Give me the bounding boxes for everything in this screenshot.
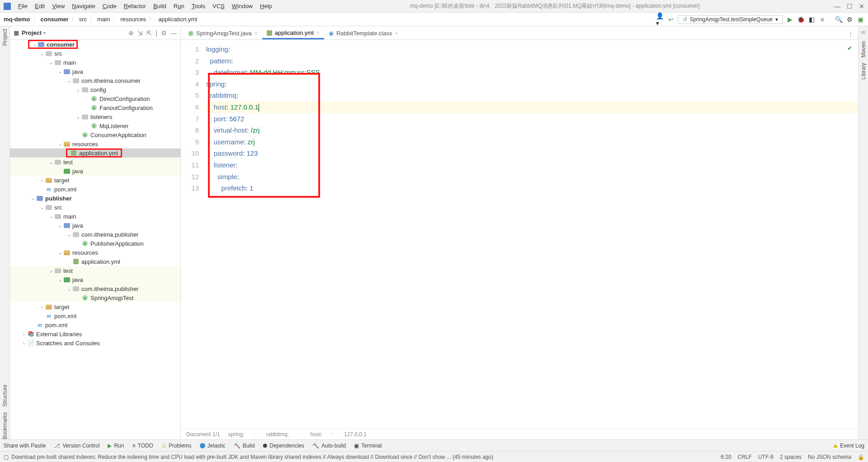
tree-node[interactable]: Scratches and Consoles bbox=[36, 340, 100, 347]
tree-node[interactable]: src bbox=[54, 50, 62, 57]
menu-help[interactable]: Help bbox=[256, 2, 276, 10]
tree-arrow-icon[interactable]: ⌄ bbox=[66, 286, 72, 291]
tree-node[interactable]: SpringAmqpTest bbox=[90, 295, 133, 301]
tree-arrow-icon[interactable]: ⌄ bbox=[57, 223, 63, 228]
tree-node-application-yml[interactable]: application.yml bbox=[79, 150, 118, 157]
tab-springamqptest[interactable]: cSpringAmqpTest.java× bbox=[184, 28, 262, 39]
tree-node[interactable]: FanoutConfiguration bbox=[99, 105, 153, 111]
back-arrow-icon[interactable]: ↩ bbox=[667, 15, 675, 24]
tree-arrow-icon[interactable]: ⌄ bbox=[48, 60, 54, 65]
tree-node[interactable]: java bbox=[72, 168, 83, 175]
menu-file[interactable]: File bbox=[14, 2, 31, 10]
tree-arrow-icon[interactable]: ⌄ bbox=[57, 69, 63, 74]
more-tabs-icon[interactable]: ⋮ bbox=[843, 29, 858, 39]
run-config-combo[interactable]: ↺ SpringAmqpTest.testSimpleQueue ▾ bbox=[678, 15, 783, 24]
tree-node[interactable]: com.itheima.consumer bbox=[81, 77, 141, 84]
tree-node[interactable]: MqListener bbox=[99, 123, 128, 129]
minimize-icon[interactable]: — bbox=[834, 3, 840, 10]
tree-node[interactable]: test bbox=[63, 267, 73, 274]
breadcrumb-item[interactable]: mq-demo bbox=[4, 16, 30, 23]
gear-icon[interactable]: ⚙ bbox=[161, 29, 167, 37]
rail-maven[interactable]: Maven bbox=[860, 41, 867, 57]
collapse-icon[interactable]: ⇱ bbox=[146, 29, 152, 37]
maximize-icon[interactable]: ☐ bbox=[847, 3, 853, 10]
tree-node[interactable]: resources bbox=[72, 249, 98, 256]
tool-share[interactable]: Share with Pastie bbox=[4, 443, 46, 449]
tree-node[interactable]: ConsumerApplication bbox=[90, 132, 146, 138]
tree-arrow-icon[interactable]: ⌄ bbox=[57, 277, 63, 282]
close-icon[interactable]: × bbox=[255, 30, 258, 37]
stop-icon[interactable]: ■ bbox=[818, 15, 826, 24]
menu-tools[interactable]: Tools bbox=[188, 2, 209, 10]
rail-project[interactable]: Project bbox=[2, 29, 8, 46]
tree-arrow-icon[interactable]: › bbox=[39, 178, 45, 183]
tree-node[interactable]: src bbox=[54, 204, 62, 211]
close-icon[interactable]: ✕ bbox=[859, 3, 864, 10]
editor-body[interactable]: 123 456 789 101112 13 logging: pattern: … bbox=[181, 40, 858, 429]
project-tree[interactable]: ⌄ consumer ⌄src ⌄main ⌄java ⌄com.itheima… bbox=[10, 40, 180, 439]
tree-arrow-icon[interactable]: ⌄ bbox=[48, 214, 54, 219]
tree-arrow-icon[interactable]: ⌄ bbox=[57, 250, 63, 255]
tree-node[interactable]: com.itheima.publisher bbox=[81, 231, 138, 238]
menu-build[interactable]: Build bbox=[150, 2, 170, 10]
tool-autobuild[interactable]: 🔨Auto-build bbox=[312, 443, 346, 449]
user-icon[interactable]: 👤▾ bbox=[656, 15, 664, 24]
breadcrumb-item[interactable]: consumer bbox=[41, 16, 69, 23]
status-indent[interactable]: 2 spaces bbox=[780, 454, 802, 460]
tool-todo[interactable]: ≡TODO bbox=[132, 443, 153, 449]
rail-bookmarks[interactable]: Bookmarks bbox=[2, 412, 8, 439]
tool-build[interactable]: 🔨Build bbox=[234, 443, 255, 449]
tool-problems[interactable]: ⚠Problems bbox=[161, 443, 192, 449]
tool-version-control[interactable]: ⎇Version Control bbox=[54, 443, 99, 449]
tree-node[interactable]: listeners bbox=[90, 114, 112, 120]
status-encoding[interactable]: UTF-8 bbox=[758, 454, 774, 460]
tool-event-log[interactable]: Event Log bbox=[833, 443, 864, 449]
breadcrumb-item[interactable]: resources bbox=[120, 16, 146, 23]
tree-arrow-icon[interactable]: ⌄ bbox=[48, 160, 54, 165]
maven-icon[interactable]: m bbox=[861, 29, 865, 36]
tree-node[interactable]: java bbox=[72, 276, 83, 283]
tree-node[interactable]: main bbox=[63, 213, 76, 220]
tree-arrow-icon[interactable]: › bbox=[39, 305, 45, 310]
tree-node[interactable]: java bbox=[72, 222, 83, 229]
tree-node[interactable]: pom.xml bbox=[54, 313, 76, 319]
tree-arrow-icon[interactable]: ⌄ bbox=[39, 51, 45, 56]
expand-icon[interactable]: ⇲ bbox=[137, 29, 143, 37]
menu-vcs[interactable]: VCS bbox=[209, 2, 228, 10]
rail-structure[interactable]: Structure bbox=[2, 385, 8, 407]
tree-node[interactable]: test bbox=[63, 159, 73, 166]
run-icon[interactable]: ▶ bbox=[786, 15, 794, 24]
code-content[interactable]: logging: pattern: dateformat: MM-dd HH:m… bbox=[206, 40, 858, 429]
status-line-sep[interactable]: CRLF bbox=[738, 454, 752, 460]
breadcrumb-item[interactable]: application.yml bbox=[158, 16, 197, 23]
tool-terminal[interactable]: ▣Terminal bbox=[354, 443, 382, 449]
chevron-down-icon[interactable]: ▾ bbox=[43, 30, 46, 35]
tree-arrow-icon[interactable]: ⌄ bbox=[48, 268, 54, 273]
tree-arrow-icon[interactable]: ⌄ bbox=[30, 196, 36, 201]
hide-icon[interactable]: — bbox=[170, 29, 177, 37]
tab-rabbittemplate[interactable]: ◉RabbitTemplate.class× bbox=[324, 28, 403, 39]
close-icon[interactable]: × bbox=[395, 30, 398, 37]
tree-node[interactable]: resources bbox=[72, 141, 98, 148]
tree-arrow-icon[interactable]: › bbox=[21, 332, 27, 337]
inspection-ok-icon[interactable]: ✔ bbox=[847, 43, 853, 54]
more-icon[interactable]: ▣ bbox=[856, 15, 864, 24]
tree-node[interactable]: pom.xml bbox=[45, 322, 67, 329]
status-box-icon[interactable]: ▢ bbox=[4, 454, 9, 460]
status-schema[interactable]: No JSON schema bbox=[808, 454, 851, 460]
menu-refactor[interactable]: Refactor bbox=[120, 2, 150, 10]
project-panel-title[interactable]: Project bbox=[22, 29, 42, 36]
breadcrumb-item[interactable]: main bbox=[97, 16, 110, 23]
tree-node[interactable]: com.itheima.publisher bbox=[81, 286, 138, 292]
tree-arrow-icon[interactable]: ⌄ bbox=[66, 78, 72, 83]
tree-node-consumer[interactable]: consumer bbox=[47, 41, 75, 48]
tree-arrow-icon[interactable]: › bbox=[21, 341, 27, 346]
coverage-icon[interactable]: ◧ bbox=[807, 15, 816, 24]
tree-node[interactable]: main bbox=[63, 59, 76, 66]
tree-arrow-icon[interactable]: ⌄ bbox=[75, 114, 81, 119]
menu-view[interactable]: View bbox=[48, 2, 68, 10]
tree-node[interactable]: target bbox=[54, 177, 69, 184]
tree-arrow-icon[interactable]: ⌄ bbox=[57, 142, 63, 147]
tree-arrow-icon[interactable]: ⌄ bbox=[39, 205, 45, 210]
tool-run[interactable]: ▶Run bbox=[108, 443, 124, 449]
